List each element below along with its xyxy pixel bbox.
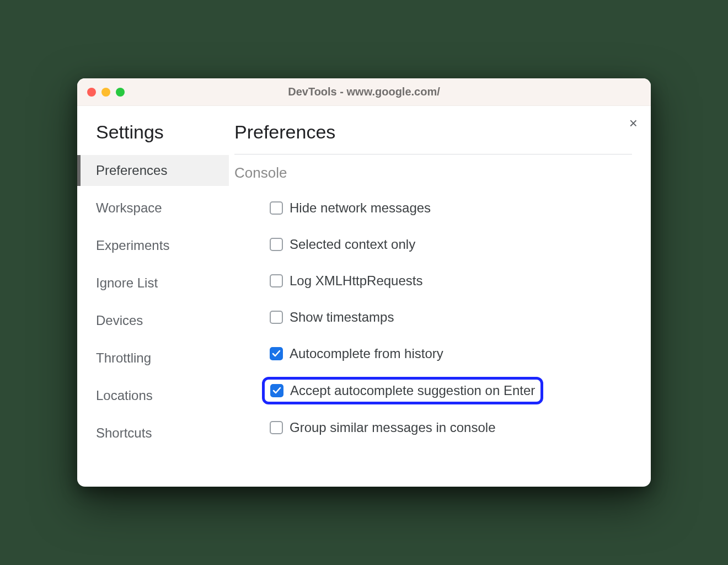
sidebar-item-shortcuts[interactable]: Shortcuts	[77, 418, 229, 449]
sidebar-item-experiments[interactable]: Experiments	[77, 230, 229, 261]
sidebar-item-ignore-list[interactable]: Ignore List	[77, 268, 229, 299]
option-label: Group similar messages in console	[290, 420, 496, 435]
option-row[interactable]: Accept autocomplete suggestion on Enter	[262, 377, 543, 404]
option-row[interactable]: Show timestamps	[262, 304, 632, 331]
option-label: Hide network messages	[290, 200, 431, 216]
sidebar-item-locations[interactable]: Locations	[77, 380, 229, 411]
close-icon[interactable]: ×	[629, 116, 638, 130]
sidebar-item-label: Locations	[96, 388, 153, 403]
checkbox[interactable]	[270, 421, 283, 434]
sidebar-item-devices[interactable]: Devices	[77, 305, 229, 336]
sidebar-item-label: Ignore List	[96, 275, 158, 290]
section-title: Console	[234, 164, 632, 182]
option-label: Autocomplete from history	[290, 346, 443, 361]
sidebar: Settings PreferencesWorkspaceExperiments…	[77, 106, 229, 487]
window-body: × Settings PreferencesWorkspaceExperimen…	[77, 106, 651, 487]
checkbox[interactable]	[270, 274, 283, 287]
option-row[interactable]: Group similar messages in console	[262, 414, 632, 441]
content-heading: Preferences	[234, 121, 632, 154]
option-label: Show timestamps	[290, 310, 394, 325]
checkbox[interactable]	[270, 384, 283, 397]
content-pane: Preferences Console Hide network message…	[229, 106, 651, 487]
sidebar-item-label: Experiments	[96, 238, 169, 253]
checkbox[interactable]	[270, 238, 283, 251]
sidebar-heading: Settings	[77, 121, 229, 155]
sidebar-item-label: Shortcuts	[96, 425, 152, 440]
sidebar-item-label: Devices	[96, 313, 143, 328]
option-row[interactable]: Log XMLHttpRequests	[262, 268, 632, 294]
minimize-window-button[interactable]	[101, 88, 110, 97]
option-row[interactable]: Hide network messages	[262, 195, 632, 221]
checkbox[interactable]	[270, 201, 283, 215]
sidebar-item-throttling[interactable]: Throttling	[77, 343, 229, 374]
checkbox[interactable]	[270, 311, 283, 324]
traffic-lights	[87, 88, 125, 97]
titlebar: DevTools - www.google.com/	[77, 78, 651, 106]
window-title: DevTools - www.google.com/	[77, 86, 651, 98]
sidebar-item-label: Throttling	[96, 350, 151, 365]
sidebar-item-label: Workspace	[96, 200, 162, 215]
sidebar-item-preferences[interactable]: Preferences	[77, 155, 229, 186]
option-label: Selected context only	[290, 237, 415, 252]
sidebar-item-workspace[interactable]: Workspace	[77, 193, 229, 223]
maximize-window-button[interactable]	[116, 88, 125, 97]
option-label: Log XMLHttpRequests	[290, 273, 422, 289]
sidebar-item-label: Preferences	[96, 163, 167, 178]
option-label: Accept autocomplete suggestion on Enter	[290, 383, 535, 398]
close-window-button[interactable]	[87, 88, 96, 97]
option-row[interactable]: Autocomplete from history	[262, 340, 632, 367]
checkbox[interactable]	[270, 347, 283, 360]
option-row[interactable]: Selected context only	[262, 231, 632, 258]
settings-window: DevTools - www.google.com/ × Settings Pr…	[77, 78, 651, 487]
